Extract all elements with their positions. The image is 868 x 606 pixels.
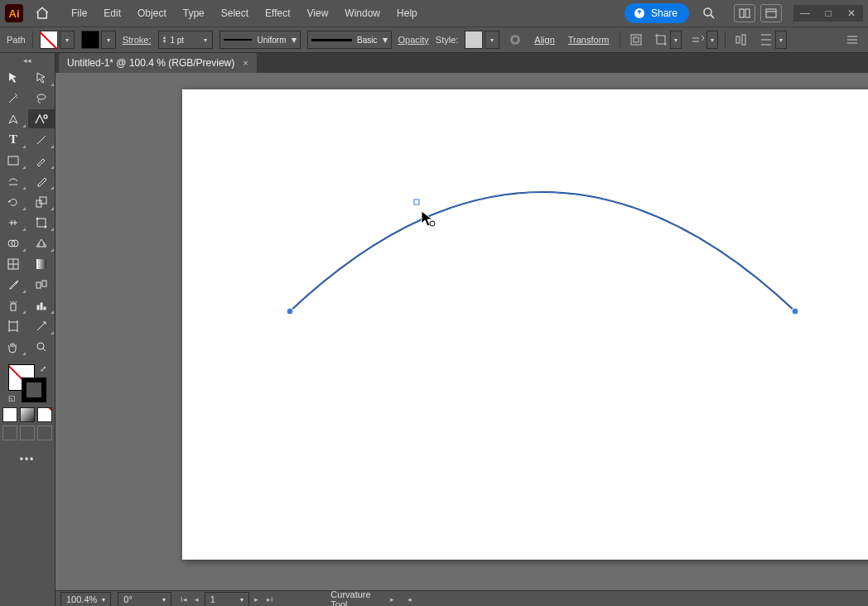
prev-artboard-button[interactable]: ◂ <box>191 594 203 605</box>
color-mode-none[interactable] <box>37 407 52 422</box>
menu-select[interactable]: Select <box>215 4 255 22</box>
edit-toolbar-button[interactable]: ••• <box>20 454 36 465</box>
menu-help[interactable]: Help <box>390 4 424 22</box>
menu-view[interactable]: View <box>301 4 335 22</box>
minimize-button[interactable]: — <box>793 5 817 22</box>
swap-fill-stroke-icon[interactable]: ⤢ <box>40 364 46 373</box>
stroke-dropdown[interactable]: ▾ <box>101 31 116 49</box>
close-tab-button[interactable]: × <box>243 58 248 68</box>
eyedropper-tool[interactable] <box>0 275 27 294</box>
arrange-button[interactable] <box>688 31 706 49</box>
menu-object[interactable]: Object <box>131 4 173 22</box>
document-tab[interactable]: Untitled-1* @ 100.4 % (RGB/Preview) × <box>59 53 257 73</box>
anchor-point-hover[interactable] <box>414 200 419 204</box>
svg-point-10 <box>37 94 46 99</box>
free-transform-tool[interactable] <box>28 213 55 232</box>
menu-window[interactable]: Window <box>338 4 387 22</box>
pen-tool[interactable] <box>0 109 27 128</box>
graphic-style-dropdown[interactable]: ▾ <box>485 31 499 49</box>
type-tool[interactable]: T <box>0 130 27 149</box>
color-mode-solid[interactable] <box>2 407 17 422</box>
artboard-number-input[interactable]: 1 ▾ <box>205 592 249 606</box>
lasso-tool[interactable] <box>28 89 55 108</box>
color-mode-gradient[interactable] <box>20 407 35 422</box>
gradient-tool[interactable] <box>28 254 55 273</box>
menu-effect[interactable]: Effect <box>258 4 297 22</box>
column-graph-tool[interactable] <box>28 296 55 315</box>
width-tool[interactable] <box>0 213 27 232</box>
status-flyout[interactable]: ▸ <box>387 594 397 605</box>
shaper-tool[interactable] <box>0 171 27 190</box>
horizontal-scrollbar[interactable]: ◂ ▸ <box>403 593 868 606</box>
stroke-box[interactable] <box>22 378 46 402</box>
menu-file[interactable]: File <box>65 4 94 22</box>
path-object[interactable] <box>182 89 868 560</box>
perspective-grid-tool[interactable] <box>28 233 55 252</box>
close-button[interactable]: ✕ <box>840 5 863 22</box>
variable-width-profile[interactable]: Uniform ▾ <box>219 31 301 49</box>
arrange-documents-button[interactable] <box>734 4 755 22</box>
hand-tool[interactable] <box>0 337 27 356</box>
artboard[interactable] <box>182 89 868 560</box>
shape-builder-tool[interactable] <box>0 233 27 252</box>
stroke-swatch[interactable] <box>81 31 99 49</box>
crop-dropdown[interactable]: ▾ <box>670 31 682 49</box>
home-button[interactable] <box>30 3 55 23</box>
share-button[interactable]: Share <box>624 3 689 23</box>
selection-tool[interactable] <box>0 68 27 87</box>
blend-tool[interactable] <box>28 275 55 294</box>
mesh-tool[interactable] <box>0 254 27 273</box>
align-panel-link[interactable]: Align <box>531 35 557 45</box>
anchor-point-left[interactable] <box>287 308 293 315</box>
anchor-point-right[interactable] <box>792 308 798 315</box>
scale-tool[interactable] <box>28 192 55 211</box>
stroke-panel-link[interactable]: Stroke: <box>123 35 152 45</box>
arrange-dropdown[interactable]: ▾ <box>706 31 718 49</box>
zoom-level-input[interactable]: 100.4%▾ <box>60 592 111 606</box>
transform-panel-link[interactable]: Transform <box>565 35 613 45</box>
align-to-button[interactable] <box>732 31 750 49</box>
recolor-artwork-button[interactable] <box>506 31 524 49</box>
next-artboard-button[interactable]: ▸ <box>251 594 263 605</box>
distribute-button[interactable] <box>757 31 775 49</box>
artboard-navigation: I◂ ◂ 1 ▾ ▸ ▸I <box>178 592 276 606</box>
fill-swatch[interactable] <box>40 31 58 49</box>
maximize-button[interactable]: □ <box>817 5 840 22</box>
draw-inside[interactable] <box>37 426 52 440</box>
eraser-tool[interactable] <box>28 171 55 190</box>
line-segment-tool[interactable] <box>28 130 55 149</box>
default-fill-stroke-icon[interactable]: ◱ <box>8 394 16 402</box>
menu-type[interactable]: Type <box>176 4 211 22</box>
last-artboard-button[interactable]: ▸I <box>264 594 276 605</box>
curvature-tool[interactable] <box>28 109 55 128</box>
isolate-button[interactable] <box>627 31 645 49</box>
stroke-weight-input[interactable]: ▲▼ 1 pt ▾ <box>158 31 213 49</box>
rotate-view-input[interactable]: 0° ▾ <box>118 592 171 606</box>
grid-icon <box>739 8 750 18</box>
fill-stroke-control[interactable]: ⤢ ◱ <box>7 363 48 404</box>
zoom-tool[interactable] <box>28 337 55 356</box>
paintbrush-tool[interactable] <box>28 151 55 170</box>
workspace-switcher[interactable] <box>760 4 782 22</box>
rectangle-tool[interactable] <box>0 151 27 170</box>
canvas[interactable] <box>55 73 868 590</box>
draw-normal[interactable] <box>2 426 17 440</box>
slice-tool[interactable] <box>28 316 55 335</box>
panel-menu-button[interactable] <box>843 31 861 49</box>
draw-behind[interactable] <box>20 426 35 440</box>
brush-definition[interactable]: Basic ▾ <box>307 31 392 49</box>
artboard-tool[interactable] <box>0 316 27 335</box>
first-artboard-button[interactable]: I◂ <box>178 594 190 605</box>
magic-wand-tool[interactable] <box>0 89 27 108</box>
rotate-tool[interactable] <box>0 192 27 211</box>
toolbox-collapse[interactable]: ◂◂ <box>19 56 36 65</box>
direct-selection-tool[interactable] <box>28 68 55 87</box>
search-button[interactable] <box>697 3 721 23</box>
distribute-dropdown[interactable]: ▾ <box>775 31 787 49</box>
opacity-panel-link[interactable]: Opacity <box>398 35 429 45</box>
fill-dropdown[interactable]: ▾ <box>60 31 75 49</box>
crop-image-button[interactable] <box>652 31 670 49</box>
symbol-sprayer-tool[interactable] <box>0 296 27 315</box>
graphic-style-swatch[interactable] <box>465 31 483 49</box>
menu-edit[interactable]: Edit <box>97 4 128 22</box>
